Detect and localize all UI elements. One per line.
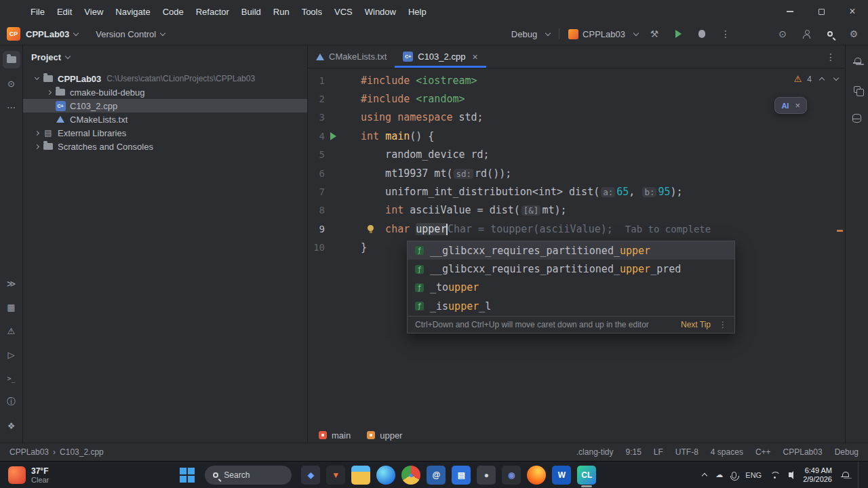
completion-item[interactable]: ƒ_isupper_l	[408, 297, 734, 315]
menu-run[interactable]: Run	[267, 4, 296, 20]
notifications-bell-icon[interactable]	[841, 471, 849, 479]
scrollbar-warning-mark[interactable]	[837, 230, 843, 232]
menu-help[interactable]: Help	[402, 4, 433, 20]
terminal-tool-icon[interactable]: >_	[3, 369, 20, 387]
database-tool-icon[interactable]	[848, 109, 866, 127]
tree-item-cpplab03[interactable]: CPPLab03C:\Users\catan\CLionProjects\CPP…	[23, 72, 307, 85]
vcs-widget[interactable]: Version Control	[96, 29, 165, 39]
tray-chevron-up-icon[interactable]	[702, 473, 707, 479]
close-tab-icon[interactable]: ×	[472, 52, 477, 62]
code-line-5[interactable]: 5 random_device rd;	[308, 146, 845, 164]
status-breadcrumb[interactable]: CPPLab03 › C103_2.cpp	[9, 447, 104, 457]
line-number[interactable]: 10	[308, 242, 355, 253]
line-number[interactable]: 3	[308, 112, 355, 123]
run-gutter-icon[interactable]	[330, 132, 336, 140]
run-config-selector[interactable]: Debug	[511, 29, 550, 39]
next-tip-link[interactable]: Next Tip	[681, 320, 711, 329]
status-9-15[interactable]: 9:15	[625, 447, 641, 457]
commit-icon[interactable]: ⊙	[775, 26, 790, 41]
status-cpplab03[interactable]: CPPLab03	[783, 447, 823, 457]
weather-widget[interactable]: 37°F Clear	[0, 466, 57, 484]
profile-icon[interactable]	[799, 26, 814, 41]
build-variants-icon[interactable]	[848, 81, 866, 98]
bookmarks-tool-icon[interactable]: ❖	[3, 417, 20, 434]
tree-item-external-libraries[interactable]: ▤External Libraries	[23, 126, 307, 140]
clion-icon[interactable]: CL	[577, 466, 596, 485]
code-line-3[interactable]: 3using namespace std;	[308, 108, 845, 127]
show-desktop-strip[interactable]	[858, 462, 861, 488]
project-tool-icon[interactable]	[3, 51, 20, 68]
status-c[interactable]: C++	[755, 447, 771, 457]
tabs-more-icon[interactable]: ⋮	[816, 52, 845, 62]
status-path-project[interactable]: CPPLab03	[9, 447, 49, 457]
breadcrumb-upper[interactable]: upper	[367, 430, 402, 441]
line-number[interactable]: 7	[308, 186, 355, 197]
volume-icon[interactable]	[789, 472, 791, 477]
line-number[interactable]: 5	[308, 149, 355, 160]
chevron-up-icon[interactable]	[819, 77, 825, 83]
code-line-6[interactable]: 6 mt19937 mt(sd:rd());	[308, 164, 845, 182]
tab-c103-2-cpp[interactable]: C+ C103_2.cpp ×	[395, 45, 486, 68]
tab-cmakelists-txt[interactable]: CMakeLists.txt	[308, 45, 395, 68]
project-widget[interactable]: CPPLab03	[26, 29, 78, 39]
tree-item-cmakelists-txt[interactable]: CMakeLists.txt	[23, 113, 307, 126]
pizza-app-icon[interactable]: ▼	[326, 466, 345, 485]
photos-app-icon[interactable]: ◆	[301, 466, 320, 485]
double-chevron-icon[interactable]: ≫	[3, 274, 20, 292]
close-window-button[interactable]: ×	[837, 0, 868, 23]
word-icon[interactable]: W	[552, 466, 571, 485]
mail-app-icon[interactable]: @	[427, 466, 446, 485]
minimize-button[interactable]	[774, 0, 806, 23]
search-everywhere-icon[interactable]	[823, 26, 837, 41]
code-line-8[interactable]: 8 int asciiValue = dist([&]mt);	[308, 201, 845, 220]
tree-item-c103-2-cpp[interactable]: C+C103_2.cpp	[23, 99, 307, 113]
close-icon[interactable]: ×	[795, 100, 800, 110]
chevron-right-icon[interactable]	[31, 131, 42, 135]
chevron-right-icon[interactable]	[31, 145, 42, 148]
line-number[interactable]: 8	[308, 205, 355, 216]
completion-item[interactable]: ƒ_toupper	[408, 279, 734, 297]
line-number[interactable]: 9	[308, 224, 355, 235]
code-line-1[interactable]: 1#include <iostream>	[308, 71, 845, 89]
menu-view[interactable]: View	[78, 4, 109, 20]
run-target-selector[interactable]: CPPLab03	[568, 29, 638, 39]
status-4-spaces[interactable]: 4 spaces	[711, 447, 743, 457]
status-clang-tidy[interactable]: .clang-tidy	[576, 447, 614, 457]
line-number[interactable]: 1	[308, 75, 355, 86]
code-line-7[interactable]: 7 uniform_int_distribution<int> dist(a:6…	[308, 182, 845, 201]
menu-vcs[interactable]: VCS	[328, 4, 359, 20]
notifications-icon[interactable]	[848, 52, 866, 70]
inspections-widget[interactable]: ⚠ 4	[794, 74, 838, 84]
menu-build[interactable]: Build	[235, 4, 267, 20]
clock-widget[interactable]: 6:49 AM 2/9/2026	[803, 466, 832, 484]
onedrive-icon[interactable]: ☁	[715, 470, 723, 479]
run-tool-icon[interactable]: ▷	[3, 346, 20, 363]
status-utf-8[interactable]: UTF-8	[675, 447, 698, 457]
firefox-icon[interactable]	[527, 466, 546, 485]
line-number[interactable]: 6	[308, 168, 355, 179]
ai-assistant-popup[interactable]: AI ×	[774, 97, 807, 114]
completion-item[interactable]: ƒ__glibcxx_requires_partitioned_upper_pr…	[408, 260, 734, 278]
menu-file[interactable]: File	[24, 4, 51, 20]
run-button[interactable]	[671, 26, 686, 41]
chevron-down-icon[interactable]	[31, 78, 42, 79]
settings-gear-icon[interactable]: ⚙	[846, 26, 861, 41]
chevron-down-icon[interactable]	[833, 75, 839, 81]
build-hammer-icon[interactable]: ⚒	[647, 26, 662, 41]
menu-tools[interactable]: Tools	[296, 4, 328, 20]
language-indicator[interactable]: ENG	[745, 471, 762, 479]
completion-item[interactable]: ƒ__glibcxx_requires_partitioned_upper	[408, 241, 734, 260]
edge-icon[interactable]	[376, 466, 395, 485]
tree-item-scratches-and-consoles[interactable]: Scratches and Consoles	[23, 140, 307, 153]
info-tool-icon[interactable]: ⓘ	[3, 393, 20, 411]
chevron-right-icon[interactable]	[43, 91, 54, 94]
more-tools-icon[interactable]: ⋯	[3, 98, 20, 116]
menu-navigate[interactable]: Navigate	[109, 4, 156, 20]
menu-window[interactable]: Window	[359, 4, 402, 20]
project-panel-header[interactable]: Project	[23, 45, 307, 68]
chrome-icon[interactable]: ●	[401, 466, 420, 485]
line-number[interactable]: 2	[308, 94, 355, 104]
discord-app-icon[interactable]: ◉	[502, 466, 521, 485]
debug-button[interactable]	[694, 26, 709, 41]
tree-item-cmake-build-debug[interactable]: cmake-build-debug	[23, 85, 307, 99]
